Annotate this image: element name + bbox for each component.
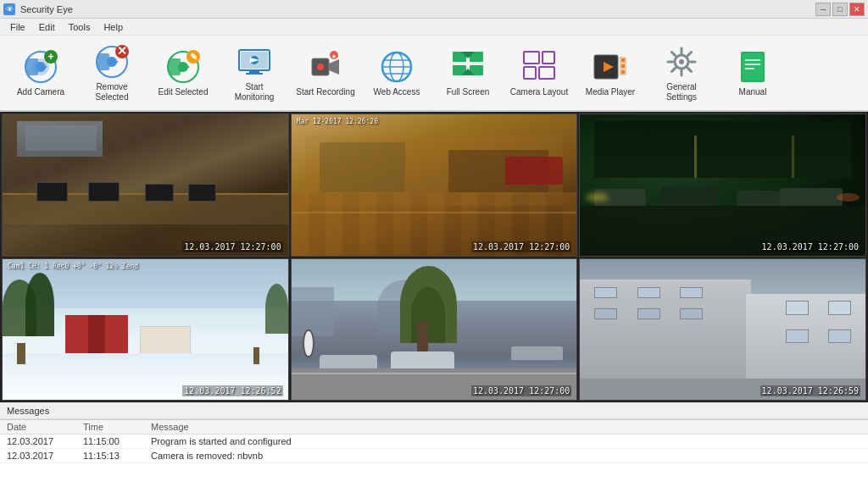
title-bar-left: 👁 Security Eye <box>3 3 73 15</box>
general-settings-label: General Settings <box>652 82 711 102</box>
messages-table: Date Time Message 12.03.2017 11:15:00 Pr… <box>0 420 868 463</box>
svg-text:+: + <box>47 51 53 63</box>
manual-icon <box>734 48 771 86</box>
camera-layout-label: Camera Layout <box>510 87 568 97</box>
messages-panel: Date Time Message 12.03.2017 11:15:00 Pr… <box>0 419 868 487</box>
row-1-message: Program is started and configured <box>144 434 868 449</box>
window-title: Security Eye <box>20 4 73 14</box>
svg-rect-45 <box>524 67 536 79</box>
app-icon: 👁 <box>3 3 15 15</box>
svg-rect-44 <box>542 52 554 64</box>
camera-6-timestamp: 12.03.2017 12:26:59 <box>760 385 860 396</box>
svg-line-61 <box>687 53 691 56</box>
full-screen-icon <box>449 48 487 86</box>
general-settings-icon <box>663 43 700 80</box>
web-access-label: Web Access <box>374 87 420 97</box>
row-1-date: 12.03.2017 <box>0 434 76 449</box>
menu-file[interactable]: File <box>3 20 32 34</box>
col-message: Message <box>144 420 868 434</box>
svg-rect-3 <box>26 58 38 75</box>
messages-scroll[interactable]: Date Time Message 12.03.2017 11:15:00 Pr… <box>0 420 868 487</box>
table-row: 12.03.2017 11:15:13 Camera is removed: n… <box>0 449 868 463</box>
web-access-icon <box>378 48 415 86</box>
camera-2-overlay: Mar 12-2017 12:26:20 <box>297 118 378 125</box>
svg-text:●: ● <box>332 53 337 60</box>
edit-selected-button[interactable]: ✎ Edit Selected <box>149 39 217 107</box>
camera-4-timestamp: 12.03.2017 12:26:52 <box>182 385 282 396</box>
svg-rect-22 <box>249 70 259 73</box>
svg-text:✕: ✕ <box>117 44 127 58</box>
full-screen-button[interactable]: Full Screen <box>434 39 502 107</box>
start-monitoring-label: Start Monitoring <box>225 82 284 102</box>
remove-selected-label: Remove Selected <box>82 82 142 102</box>
svg-point-54 <box>679 59 684 64</box>
col-date: Date <box>0 420 76 434</box>
media-player-icon <box>592 48 629 86</box>
menu-help[interactable]: Help <box>97 20 130 34</box>
full-screen-label: Full Screen <box>447 87 490 97</box>
window-controls: ─ □ ✕ <box>815 3 865 16</box>
menu-tools[interactable]: Tools <box>62 20 97 34</box>
svg-rect-15 <box>169 58 181 75</box>
start-recording-icon: ● <box>307 48 344 86</box>
start-monitoring-button[interactable]: Start Monitoring <box>220 39 288 107</box>
svg-line-59 <box>672 53 676 56</box>
start-monitoring-icon <box>236 43 273 80</box>
remove-selected-icon: ✕ <box>93 43 131 80</box>
camera-4-overlay: Cam1 CH: 1 Rec0 +0° -0° 12% Zend <box>8 263 138 270</box>
toolbar: + Add Camera ✕ Remove Selected <box>0 36 868 112</box>
menu-edit[interactable]: Edit <box>32 20 62 34</box>
svg-marker-26 <box>329 59 339 75</box>
svg-rect-51 <box>621 64 625 68</box>
svg-line-60 <box>687 68 691 71</box>
camera-cell-5[interactable]: 12.03.2017 12:27:00 <box>291 258 578 401</box>
menu-bar: File Edit Tools Help <box>0 19 868 36</box>
camera-grid: 12.03.2017 12:27:00 Mar 12-2017 12:26:20… <box>0 112 868 402</box>
manual-button[interactable]: Manual <box>719 39 787 107</box>
col-time: Time <box>76 420 144 434</box>
camera-cell-1[interactable]: 12.03.2017 12:27:00 <box>2 113 289 257</box>
svg-rect-64 <box>743 53 763 80</box>
svg-line-62 <box>672 68 676 71</box>
svg-rect-23 <box>246 73 263 75</box>
general-settings-button[interactable]: General Settings <box>648 39 715 107</box>
add-camera-button[interactable]: + Add Camera <box>7 39 75 107</box>
svg-rect-43 <box>524 52 539 64</box>
camera-2-timestamp: 12.03.2017 12:27:00 <box>471 241 571 252</box>
camera-cell-4[interactable]: Cam1 CH: 1 Rec0 +0° -0° 12% Zend 12.03.2… <box>2 258 289 401</box>
web-access-button[interactable]: Web Access <box>363 39 431 107</box>
svg-point-27 <box>317 64 324 70</box>
remove-selected-button[interactable]: ✕ Remove Selected <box>78 39 146 107</box>
svg-text:✎: ✎ <box>190 52 198 62</box>
media-player-label: Media Player <box>586 87 635 97</box>
media-player-button[interactable]: Media Player <box>576 39 644 107</box>
manual-label: Manual <box>739 87 767 97</box>
minimize-button[interactable]: ─ <box>815 3 831 16</box>
camera-3-timestamp: 12.03.2017 12:27:00 <box>760 241 860 252</box>
camera-1-timestamp: 12.03.2017 12:27:00 <box>182 241 282 252</box>
svg-rect-52 <box>621 70 625 74</box>
camera-layout-icon <box>520 48 558 86</box>
start-recording-button[interactable]: ● Start Recording <box>292 39 359 107</box>
status-bar: Messages <box>0 402 868 419</box>
edit-selected-icon: ✎ <box>164 48 202 86</box>
messages-label: Messages <box>7 406 49 416</box>
title-bar: 👁 Security Eye ─ □ ✕ <box>0 0 868 19</box>
svg-rect-46 <box>539 67 554 79</box>
svg-rect-9 <box>97 53 109 70</box>
row-2-date: 12.03.2017 <box>0 449 76 463</box>
camera-cell-3[interactable]: 12.03.2017 12:27:00 <box>579 113 866 257</box>
row-1-time: 11:15:00 <box>76 434 144 449</box>
camera-cell-6[interactable]: 12.03.2017 12:26:59 <box>579 258 866 401</box>
close-button[interactable]: ✕ <box>849 3 865 16</box>
maximize-button[interactable]: □ <box>832 3 848 16</box>
add-camera-icon: + <box>22 48 59 86</box>
camera-5-timestamp: 12.03.2017 12:27:00 <box>471 385 571 396</box>
camera-cell-2[interactable]: Mar 12-2017 12:26:20 12.03.2017 12:27:00 <box>291 113 578 257</box>
start-recording-label: Start Recording <box>296 87 354 97</box>
table-row: 12.03.2017 11:15:00 Program is started a… <box>0 434 868 449</box>
svg-rect-50 <box>621 58 625 62</box>
add-camera-label: Add Camera <box>17 87 64 97</box>
camera-layout-button[interactable]: Camera Layout <box>505 39 573 107</box>
edit-selected-label: Edit Selected <box>159 87 209 97</box>
